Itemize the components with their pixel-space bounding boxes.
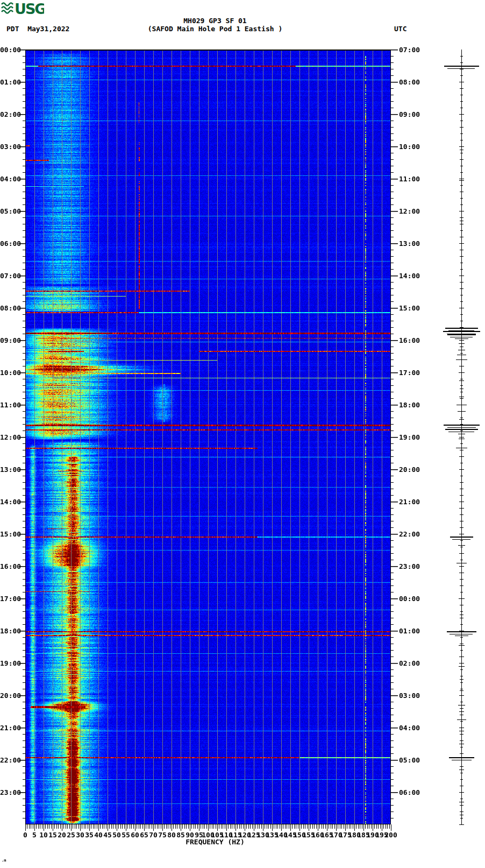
pdt-hour-label: 17:00 <box>0 595 21 602</box>
pdt-hour-label: 11:00 <box>0 401 21 408</box>
pdt-hour-label: 05:00 <box>0 208 21 215</box>
frequency-axis-title: FREQUENCY (HZ) <box>32 838 398 846</box>
right-timezone-label: UTC <box>394 25 406 33</box>
utc-hour-label: 19:00 <box>399 434 420 441</box>
pdt-hour-label: 06:00 <box>0 240 21 247</box>
utc-hour-label: 16:00 <box>399 337 420 344</box>
tz-left-label: PDT <box>6 25 19 33</box>
utc-hour-label: 12:00 <box>399 208 420 215</box>
footer-mark: .m <box>2 858 6 863</box>
utc-hour-label: 13:00 <box>399 240 420 247</box>
utc-hour-label: 21:00 <box>399 498 420 505</box>
pdt-hour-label: 04:00 <box>0 175 21 182</box>
utc-hour-label: 23:00 <box>399 563 420 570</box>
pdt-hour-label: 19:00 <box>0 660 21 667</box>
pdt-hour-label: 09:00 <box>0 337 21 344</box>
pdt-hour-label: 07:00 <box>0 272 21 279</box>
usgs-logo: USGS <box>1 1 44 18</box>
pdt-hour-label: 23:00 <box>0 789 21 796</box>
pdt-hour-label: 16:00 <box>0 563 21 570</box>
utc-hour-label: 05:00 <box>399 757 420 764</box>
utc-hour-label: 01:00 <box>399 627 420 634</box>
utc-hour-label: 07:00 <box>399 46 420 53</box>
pdt-hour-label: 00:00 <box>0 46 21 53</box>
pdt-hour-label: 18:00 <box>0 627 21 634</box>
utc-hour-label: 04:00 <box>399 724 420 731</box>
utc-hour-label: 06:00 <box>399 789 420 796</box>
page-subtitle: (SAFOD Main Hole Pod 1 Eastish ) <box>32 25 398 33</box>
utc-hour-label: 18:00 <box>399 401 420 408</box>
utc-hour-label: 14:00 <box>399 272 420 279</box>
usgs-logo-text: USGS <box>15 1 44 17</box>
utc-hour-label: 20:00 <box>399 466 420 473</box>
pdt-hour-label: 12:00 <box>0 434 21 441</box>
utc-hour-label: 17:00 <box>399 369 420 376</box>
pdt-hour-label: 03:00 <box>0 143 21 150</box>
utc-hour-label: 15:00 <box>399 305 420 312</box>
spectrogram-page: USGS MH029 GP3 SF 01 (SAFOD Main Hole Po… <box>0 0 485 868</box>
utc-hour-label: 03:00 <box>399 692 420 699</box>
left-timezone-and-date: PDT May31,2022 <box>6 25 69 33</box>
utc-hour-label: 22:00 <box>399 531 420 538</box>
pdt-hour-label: 22:00 <box>0 757 21 764</box>
pdt-hour-label: 08:00 <box>0 305 21 312</box>
pdt-hour-label: 13:00 <box>0 466 21 473</box>
spectrogram-canvas <box>25 50 391 824</box>
pdt-hour-label: 10:00 <box>0 369 21 376</box>
pdt-hour-label: 15:00 <box>0 531 21 538</box>
date-label: May31,2022 <box>27 25 69 33</box>
utc-hour-label: 11:00 <box>399 175 420 182</box>
utc-hour-label: 10:00 <box>399 143 420 150</box>
utc-hour-label: 02:00 <box>399 660 420 667</box>
pdt-hour-label: 21:00 <box>0 724 21 731</box>
utc-hour-label: 08:00 <box>399 79 420 86</box>
pdt-hour-label: 02:00 <box>0 111 21 118</box>
utc-hour-label: 09:00 <box>399 111 420 118</box>
page-title: MH029 GP3 SF 01 <box>32 17 398 25</box>
pdt-hour-label: 20:00 <box>0 692 21 699</box>
usgs-wave-icon <box>2 3 13 13</box>
pdt-hour-label: 14:00 <box>0 498 21 505</box>
pdt-hour-label: 01:00 <box>0 79 21 86</box>
utc-hour-label: 00:00 <box>399 595 420 602</box>
